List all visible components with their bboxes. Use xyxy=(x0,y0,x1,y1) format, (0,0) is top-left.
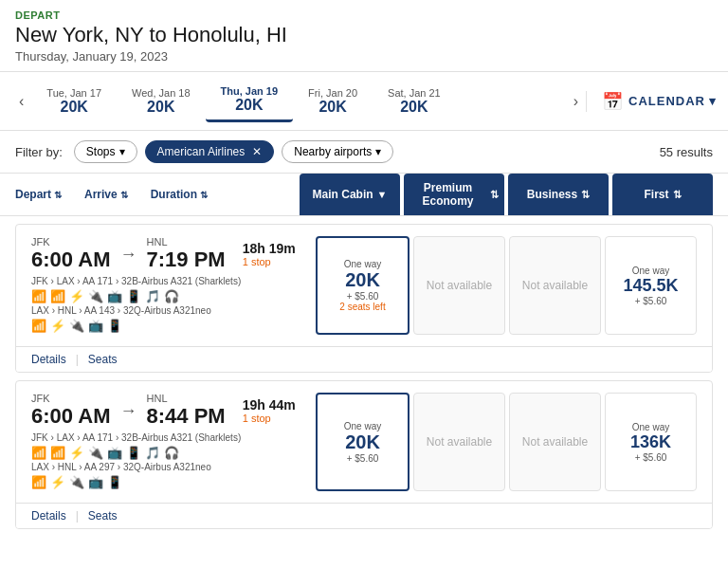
depart-label: DEPART xyxy=(15,9,713,21)
flight-info: JFK 6:00 AM → HNL 8:44 PM 19h 44m 1 stop… xyxy=(31,393,316,491)
phone-icon: 📱 xyxy=(126,446,141,460)
cabin-sort-icon: ⇅ xyxy=(490,189,499,201)
price-cell-main[interactable]: One way 20K + $5.60 xyxy=(316,393,410,491)
calendar-button[interactable]: CALENDAR ▾ xyxy=(628,94,717,108)
price-cell-unavailable: Not available xyxy=(413,393,505,491)
arrive-sort-icon: ⇅ xyxy=(120,190,128,200)
col-left-headers: Depart ⇅ Arrive ⇅ Duration ⇅ xyxy=(15,174,300,215)
arrive-section: HNL 7:19 PM xyxy=(147,236,226,272)
price-fee: + $5.60 xyxy=(347,291,379,302)
calendar-day[interactable]: Tue, Jan 17 20K xyxy=(31,82,117,121)
not-available-label: Not available xyxy=(522,279,588,292)
power-icon: ⚡ xyxy=(69,289,84,303)
phone-icon: 📱 xyxy=(126,289,141,303)
duration-time: 19h 44m xyxy=(243,397,296,413)
calendar-day[interactable]: Sat, Jan 21 20K xyxy=(373,82,456,121)
filter-btn[interactable]: Stops ▾ xyxy=(74,140,137,163)
filter-btn-label: Nearby airports xyxy=(294,145,372,158)
seats-link[interactable]: Seats xyxy=(88,509,127,523)
flight-footer: Details | Seats xyxy=(16,503,712,528)
power-icon: ⚡ xyxy=(50,319,65,333)
calendar-prev[interactable]: ‹ xyxy=(11,93,31,110)
route-title: New York, NY to Honolulu, HI xyxy=(15,23,713,47)
music-icon: 🎵 xyxy=(145,446,160,460)
price-cells: One way 20K + $5.60 2 seats left Not ava… xyxy=(316,236,697,335)
calendar-next[interactable]: › xyxy=(566,93,586,110)
arrive-col-header[interactable]: Arrive ⇅ xyxy=(84,188,128,201)
price-cell-first[interactable]: One way 145.5K + $5.60 xyxy=(605,236,697,335)
flight-footer: Details | Seats xyxy=(16,346,712,372)
filter-chevron-icon: ▾ xyxy=(119,145,125,158)
filter-btn-active[interactable]: American Airlines ✕ xyxy=(145,140,275,163)
price-cell-unavailable: Not available xyxy=(509,393,601,491)
depart-airport-code: JFK xyxy=(31,393,111,404)
calendar-day[interactable]: Thu, Jan 19 20K xyxy=(206,80,294,122)
not-available-label: Not available xyxy=(522,435,588,449)
stop-label: 1 stop xyxy=(243,256,296,267)
results-count: 55 results xyxy=(660,145,713,159)
arrow-icon: → xyxy=(120,245,137,265)
price-amount: 20K xyxy=(345,269,380,291)
flight-main: JFK 6:00 AM → HNL 8:44 PM 19h 44m 1 stop… xyxy=(16,381,712,503)
filter-close-icon[interactable]: ✕ xyxy=(252,145,262,158)
calendar-day[interactable]: Wed, Jan 18 20K xyxy=(117,82,206,121)
filter-btn-label: American Airlines xyxy=(157,145,246,158)
cabin-sort-icon: ⇅ xyxy=(581,189,590,201)
filter-bar: Filter by: Stops ▾American Airlines ✕Nea… xyxy=(0,131,728,174)
cabin-header-business[interactable]: Business ⇅ xyxy=(508,174,609,215)
price-cell-main[interactable]: One way 20K + $5.60 2 seats left xyxy=(316,236,410,335)
day-price: 20K xyxy=(388,99,441,116)
amenity-icons-1: 📶 📶 ⚡ 🔌 📺 📱 🎵 🎧 xyxy=(31,289,316,303)
cabin-headers: Main Cabin ▼Premium Economy ⇅Business ⇅F… xyxy=(300,174,713,215)
flight-times: JFK 6:00 AM → HNL 7:19 PM 18h 19m 1 stop xyxy=(31,236,316,272)
route2-label: LAX › HNL › AA 297 › 32Q-Airbus A321neo xyxy=(31,462,316,472)
details-link[interactable]: Details xyxy=(31,353,76,366)
route2-label: LAX › HNL › AA 143 › 32Q-Airbus A321neo xyxy=(31,305,316,316)
details-link[interactable]: Details xyxy=(31,509,76,523)
column-headers: Depart ⇅ Arrive ⇅ Duration ⇅ Main Cabin … xyxy=(0,174,728,216)
cabin-sort-icon: ⇅ xyxy=(673,189,682,201)
price-amount: 145.5K xyxy=(623,276,678,296)
seats-link[interactable]: Seats xyxy=(88,353,127,366)
footer-divider: | xyxy=(76,353,79,366)
wifi2-icon: 📶 xyxy=(50,446,65,460)
filter-btn-label: Stops xyxy=(86,145,116,158)
day-label: Fri, Jan 20 xyxy=(308,87,357,99)
arrow-icon: → xyxy=(120,401,137,421)
plug-icon: 🔌 xyxy=(88,289,103,303)
arrive-section: HNL 8:44 PM xyxy=(147,393,226,429)
duration-col-header[interactable]: Duration ⇅ xyxy=(151,188,208,201)
day-price: 20K xyxy=(308,99,357,116)
cabin-header-main-cabin[interactable]: Main Cabin ▼ xyxy=(300,174,400,215)
flight-list: JFK 6:00 AM → HNL 7:19 PM 18h 19m 1 stop… xyxy=(0,224,728,529)
day-label: Wed, Jan 18 xyxy=(132,87,191,99)
screen-icon: 📺 xyxy=(107,446,122,460)
flight-times: JFK 6:00 AM → HNL 8:44 PM 19h 44m 1 stop xyxy=(31,393,316,429)
amenity-icons-1: 📶 📶 ⚡ 🔌 📺 📱 🎵 🎧 xyxy=(31,446,316,460)
duration-section: 18h 19m 1 stop xyxy=(243,241,296,267)
day-price: 20K xyxy=(46,99,101,116)
price-cell-first[interactable]: One way 136K + $5.60 xyxy=(605,393,697,491)
calendar-bar: ‹ Tue, Jan 17 20KWed, Jan 18 20KThu, Jan… xyxy=(0,72,728,131)
duration-time: 18h 19m xyxy=(243,241,296,256)
screen-icon: 📺 xyxy=(88,475,103,489)
calendar-day[interactable]: Fri, Jan 20 20K xyxy=(293,82,373,121)
day-label: Sat, Jan 21 xyxy=(388,87,441,99)
headphone-icon: 🎧 xyxy=(164,289,179,303)
wifi-icon: 📶 xyxy=(31,289,46,303)
depart-col-header[interactable]: Depart ⇅ xyxy=(15,188,62,201)
cabin-header-first[interactable]: First ⇅ xyxy=(612,174,713,215)
price-cells: One way 20K + $5.60 Not available Not av… xyxy=(316,393,697,491)
filter-label: Filter by: xyxy=(15,145,63,159)
cabin-sort-icon: ▼ xyxy=(377,189,388,200)
depart-section: JFK 6:00 AM xyxy=(31,236,111,272)
calendar-btn-label: CALENDAR xyxy=(628,94,705,108)
plug-icon: 🔌 xyxy=(69,319,84,333)
filter-btn[interactable]: Nearby airports ▾ xyxy=(282,140,393,163)
cabin-header-premium-economy[interactable]: Premium Economy ⇅ xyxy=(404,174,504,215)
price-cell-unavailable: Not available xyxy=(413,236,505,335)
not-available-label: Not available xyxy=(427,279,492,292)
one-way-label: One way xyxy=(632,422,669,432)
arrive-time: 8:44 PM xyxy=(147,404,226,429)
flight-card: JFK 6:00 AM → HNL 7:19 PM 18h 19m 1 stop… xyxy=(15,224,713,373)
